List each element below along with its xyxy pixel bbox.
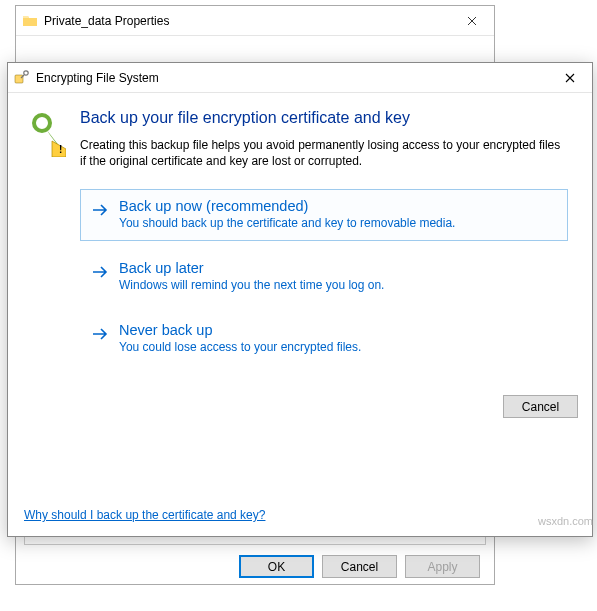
properties-button-row: OK Cancel Apply xyxy=(24,545,486,584)
svg-point-1 xyxy=(24,70,28,74)
key-lock-icon xyxy=(14,70,30,86)
folder-icon xyxy=(22,13,38,29)
efs-dialog: Encrypting File System ! Back up your fi… xyxy=(7,62,593,537)
close-button[interactable] xyxy=(449,6,494,36)
option-title: Back up now (recommended) xyxy=(119,198,557,214)
option-never-backup[interactable]: Never back up You could lose access to y… xyxy=(80,313,568,365)
efs-main: Back up your file encryption certificate… xyxy=(80,109,568,375)
efs-button-row: Cancel xyxy=(8,389,592,432)
option-text: Never back up You could lose access to y… xyxy=(119,322,557,354)
help-link[interactable]: Why should I back up the certificate and… xyxy=(24,508,265,522)
option-text: Back up later Windows will remind you th… xyxy=(119,260,557,292)
option-subtitle: You should back up the certificate and k… xyxy=(119,216,557,230)
properties-titlebar: Private_data Properties xyxy=(16,6,494,36)
watermark: wsxdn.com xyxy=(538,515,593,527)
certificate-key-icon: ! xyxy=(32,109,66,375)
option-title: Never back up xyxy=(119,322,557,338)
option-backup-now[interactable]: Back up now (recommended) You should bac… xyxy=(80,189,568,241)
option-text: Back up now (recommended) You should bac… xyxy=(119,198,557,230)
option-title: Back up later xyxy=(119,260,557,276)
properties-title: Private_data Properties xyxy=(44,14,449,28)
option-subtitle: Windows will remind you the next time yo… xyxy=(119,278,557,292)
svg-text:!: ! xyxy=(59,144,62,155)
arrow-right-icon xyxy=(91,260,109,292)
efs-titlebar: Encrypting File System xyxy=(8,63,592,93)
efs-body: ! Back up your file encryption certifica… xyxy=(8,93,592,389)
efs-heading: Back up your file encryption certificate… xyxy=(80,109,568,127)
efs-close-button[interactable] xyxy=(547,63,592,93)
option-subtitle: You could lose access to your encrypted … xyxy=(119,340,557,354)
efs-title: Encrypting File System xyxy=(36,71,547,85)
cancel-button[interactable]: Cancel xyxy=(322,555,397,578)
svg-point-2 xyxy=(34,115,50,131)
arrow-right-icon xyxy=(91,198,109,230)
apply-button[interactable]: Apply xyxy=(405,555,480,578)
option-backup-later[interactable]: Back up later Windows will remind you th… xyxy=(80,251,568,303)
svg-rect-0 xyxy=(15,75,23,83)
ok-button[interactable]: OK xyxy=(239,555,314,578)
efs-cancel-button[interactable]: Cancel xyxy=(503,395,578,418)
efs-description: Creating this backup file helps you avoi… xyxy=(80,137,568,169)
arrow-right-icon xyxy=(91,322,109,354)
